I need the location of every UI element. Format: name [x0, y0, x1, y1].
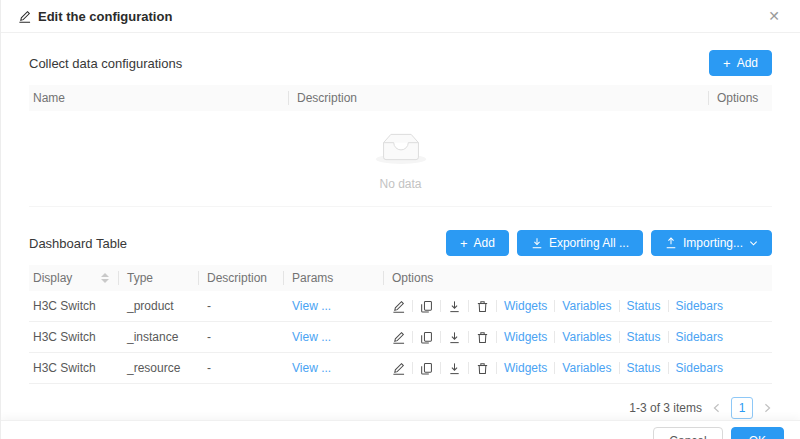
- status-link[interactable]: Status: [627, 330, 661, 344]
- ok-button[interactable]: OK: [731, 427, 784, 439]
- download-icon: [531, 237, 543, 249]
- dashboard-table-header-row: Display Type Description Params Options: [29, 265, 772, 291]
- cell-params: View ...: [284, 291, 384, 322]
- collect-col-name: Name: [29, 85, 289, 111]
- divider: [412, 300, 413, 312]
- edit-icon[interactable]: [392, 331, 405, 344]
- sidebars-link[interactable]: Sidebars: [676, 361, 723, 375]
- sort-icon[interactable]: [101, 273, 109, 283]
- divider: [440, 331, 441, 343]
- variables-link[interactable]: Variables: [562, 299, 611, 313]
- sidebars-link[interactable]: Sidebars: [676, 330, 723, 344]
- widgets-link[interactable]: Widgets: [504, 299, 547, 313]
- download-icon[interactable]: [448, 300, 461, 313]
- cell-description: -: [199, 353, 284, 384]
- cell-options: Widgets Variables Status Sidebars: [384, 353, 772, 384]
- variables-link[interactable]: Variables: [562, 330, 611, 344]
- close-icon[interactable]: ✕: [766, 7, 782, 25]
- divider: [668, 362, 669, 374]
- cell-type: _product: [119, 291, 199, 322]
- modal-footer: Cancel OK: [1, 420, 800, 439]
- divider: [668, 331, 669, 343]
- view-params-link[interactable]: View ...: [292, 330, 331, 344]
- dashboard-buttons: + Add Exporting All ...: [446, 230, 772, 256]
- divider: [554, 362, 555, 374]
- copy-icon[interactable]: [420, 300, 433, 313]
- table-row: H3C Switch _product - View ...: [29, 291, 772, 322]
- cell-params: View ...: [284, 353, 384, 384]
- section-spacer: [29, 207, 772, 229]
- dashboard-section-title: Dashboard Table: [29, 236, 127, 251]
- cell-options: Widgets Variables Status Sidebars: [384, 291, 772, 322]
- view-params-link[interactable]: View ...: [292, 299, 331, 313]
- divider: [468, 362, 469, 374]
- status-link[interactable]: Status: [627, 299, 661, 313]
- divider: [468, 300, 469, 312]
- edit-icon[interactable]: [392, 300, 405, 313]
- divider: [554, 300, 555, 312]
- plus-icon: +: [723, 57, 731, 70]
- cell-type: _instance: [119, 322, 199, 353]
- divider: [440, 300, 441, 312]
- cell-params: View ...: [284, 322, 384, 353]
- view-params-link[interactable]: View ...: [292, 361, 331, 375]
- pagination: 1-3 of 3 items 1: [29, 396, 772, 420]
- divider: [619, 362, 620, 374]
- download-icon[interactable]: [448, 362, 461, 375]
- collect-section-header: Collect data configurations + Add: [29, 49, 772, 77]
- dashboard-add-button[interactable]: + Add: [446, 230, 509, 256]
- collect-section-title: Collect data configurations: [29, 56, 182, 71]
- dashboard-table: Display Type Description Params Options …: [29, 265, 772, 384]
- next-page-icon[interactable]: [763, 403, 772, 413]
- export-all-button[interactable]: Exporting All ...: [517, 230, 643, 256]
- dashboard-col-description: Description: [199, 265, 284, 291]
- modal-header: Edit the configuration ✕: [1, 0, 800, 33]
- copy-icon[interactable]: [420, 331, 433, 344]
- cell-display: H3C Switch: [29, 291, 119, 322]
- prev-page-icon[interactable]: [712, 403, 721, 413]
- modal-title-text: Edit the configuration: [38, 9, 172, 24]
- cell-display: H3C Switch: [29, 353, 119, 384]
- variables-link[interactable]: Variables: [562, 361, 611, 375]
- divider: [468, 331, 469, 343]
- table-row: H3C Switch _instance - View ...: [29, 322, 772, 353]
- widgets-link[interactable]: Widgets: [504, 330, 547, 344]
- collect-add-label: Add: [737, 56, 758, 70]
- divider: [412, 362, 413, 374]
- collect-add-button[interactable]: + Add: [709, 50, 772, 76]
- empty-state-text: No data: [379, 177, 421, 191]
- widgets-link[interactable]: Widgets: [504, 361, 547, 375]
- collect-col-options: Options: [709, 85, 772, 111]
- delete-icon[interactable]: [476, 362, 489, 375]
- modal-title: Edit the configuration: [18, 9, 172, 24]
- divider: [619, 331, 620, 343]
- dashboard-col-params: Params: [284, 265, 384, 291]
- import-label: Importing...: [683, 236, 743, 250]
- import-button[interactable]: Importing...: [651, 230, 772, 256]
- collect-col-description: Description: [289, 85, 709, 111]
- cell-type: _resource: [119, 353, 199, 384]
- plus-icon: +: [460, 237, 468, 250]
- collect-table: Name Description Options: [29, 85, 772, 111]
- cell-description: -: [199, 291, 284, 322]
- copy-icon[interactable]: [420, 362, 433, 375]
- divider: [554, 331, 555, 343]
- page-number-button[interactable]: 1: [731, 397, 753, 419]
- divider: [440, 362, 441, 374]
- download-icon[interactable]: [448, 331, 461, 344]
- delete-icon[interactable]: [476, 300, 489, 313]
- dashboard-section-header: Dashboard Table + Add Exporting All ...: [29, 229, 772, 257]
- dashboard-col-display-label: Display: [33, 271, 72, 285]
- dashboard-col-display: Display: [29, 265, 119, 291]
- cancel-button[interactable]: Cancel: [653, 427, 722, 439]
- divider: [412, 331, 413, 343]
- cell-options: Widgets Variables Status Sidebars: [384, 322, 772, 353]
- delete-icon[interactable]: [476, 331, 489, 344]
- status-link[interactable]: Status: [627, 361, 661, 375]
- edit-icon[interactable]: [392, 362, 405, 375]
- dashboard-col-type: Type: [119, 265, 199, 291]
- divider: [496, 331, 497, 343]
- divider: [619, 300, 620, 312]
- dashboard-add-label: Add: [474, 236, 495, 250]
- sidebars-link[interactable]: Sidebars: [676, 299, 723, 313]
